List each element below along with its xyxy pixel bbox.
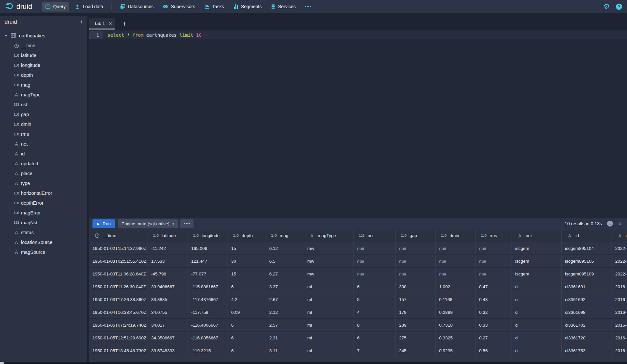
sidebar-column-longitude[interactable]: 1.0longitude [0, 60, 87, 70]
table-cell[interactable]: 2022-0 [612, 255, 627, 267]
table-cell[interactable]: 34.017 [148, 319, 188, 331]
table-cell[interactable]: null [354, 268, 396, 280]
table-cell[interactable]: mw [304, 268, 354, 280]
nav-more-menu[interactable] [301, 2, 314, 11]
nav-item-services[interactable]: Services [267, 2, 299, 11]
nav-item-datasources[interactable]: Datasources [116, 2, 157, 11]
table-cell[interactable]: ml [304, 280, 354, 293]
table-cell[interactable]: ml [304, 293, 354, 306]
table-cell[interactable]: -116.4006667 [188, 319, 228, 331]
query-more-button[interactable] [180, 219, 193, 228]
table-cell[interactable]: 2016-0 [612, 332, 627, 344]
table-cell[interactable]: ml [304, 306, 354, 318]
sidebar-column-rms[interactable]: 1.0rms [0, 129, 87, 139]
table-cell[interactable]: 2022-0 [612, 242, 627, 254]
sidebar-column-status[interactable]: Astatus [0, 228, 87, 237]
engine-select[interactable]: Engine: auto (sql-native) ▾ [118, 219, 178, 228]
table-cell[interactable]: null [476, 255, 512, 267]
sort-icon[interactable]: ▲▼ [80, 20, 83, 24]
table-cell[interactable]: 0.43 [476, 293, 512, 306]
sidebar-column-dmin[interactable]: 1.0dmin [0, 119, 87, 129]
table-cell[interactable]: iscgem895104 [562, 242, 612, 254]
table-cell[interactable]: 0.33 [476, 319, 512, 331]
table-cell[interactable]: iscgem [512, 268, 562, 280]
table-cell[interactable]: 3.37 [266, 280, 304, 293]
table-cell[interactable]: iscgem [512, 255, 562, 267]
nav-item-supervisors[interactable]: Supervisors [159, 2, 199, 11]
table-cell[interactable]: -115.8881667 [188, 280, 228, 293]
table-cell[interactable]: 0.47 [476, 280, 512, 293]
table-cell[interactable]: 15 [228, 242, 266, 254]
table-cell[interactable]: 2.31 [266, 332, 304, 344]
table-cell[interactable]: 6 [228, 344, 266, 357]
table-cell[interactable]: 1950-01-03T02:51:55.410Z [89, 255, 148, 267]
table-cell[interactable]: ci [512, 306, 562, 318]
table-cell[interactable]: 4 [354, 306, 396, 318]
sidebar-column-nst[interactable]: 123nst [0, 100, 87, 110]
table-cell[interactable]: 165.006 [188, 242, 228, 254]
table-cell[interactable]: ml [304, 319, 354, 331]
table-cell[interactable]: 0.9235 [436, 344, 476, 357]
table-cell[interactable]: 2016-0 [612, 280, 627, 293]
table-cell[interactable]: 6.12 [266, 242, 304, 254]
table-cell[interactable]: null [436, 268, 476, 280]
nav-item-segments[interactable]: Segments [230, 2, 265, 11]
column-header-id[interactable]: Aid [562, 230, 612, 242]
table-cell[interactable]: 0.27 [476, 332, 512, 344]
table-cell[interactable]: ci3361698 [562, 306, 612, 318]
table-cell[interactable]: -77.077 [188, 268, 228, 280]
sidebar-column-mag[interactable]: 1.0mag [0, 80, 87, 90]
table-cell[interactable]: 15 [228, 268, 266, 280]
table-cell[interactable]: 30 [228, 255, 266, 267]
table-cell[interactable]: 2016-0 [612, 344, 627, 357]
table-cell[interactable]: null [396, 255, 436, 267]
table-cell[interactable]: ci3361702 [562, 319, 612, 331]
table-cell[interactable]: 1.002 [436, 280, 476, 293]
sidebar-column-id[interactable]: Aid [0, 149, 87, 159]
table-cell[interactable]: ml [304, 332, 354, 344]
table-cell[interactable]: 1950-01-03T11:06:28.640Z [89, 268, 148, 280]
table-cell[interactable]: 2.57 [266, 319, 304, 331]
table-cell[interactable]: 2016-0 [612, 293, 627, 306]
scrollbar-thumb[interactable] [0, 362, 4, 364]
sidebar-column-magError[interactable]: 1.0magError [0, 208, 87, 218]
table-cell[interactable]: 7 [354, 344, 396, 357]
close-tab-icon[interactable]: × [109, 21, 112, 26]
table-cell[interactable]: ml [304, 344, 354, 357]
table-cell[interactable]: ci [512, 319, 562, 331]
table-cell[interactable]: 245 [396, 344, 436, 357]
download-icon[interactable]: ↓ [607, 221, 613, 227]
table-cell[interactable]: iscgem895109 [562, 268, 612, 280]
table-cell[interactable]: ci [512, 332, 562, 344]
sidebar-column-locationSource[interactable]: AlocationSource [0, 237, 87, 247]
column-header-magType[interactable]: AmagType [304, 230, 354, 242]
table-cell[interactable]: null [396, 268, 436, 280]
table-cell[interactable]: 6 [228, 319, 266, 331]
column-header-mag[interactable]: 1.0mag [266, 230, 304, 242]
table-cell[interactable]: 1950-01-05T13:45:48.730Z [89, 344, 148, 357]
column-header-net[interactable]: Anet [512, 230, 562, 242]
table-cell[interactable]: 2022-0 [612, 268, 627, 280]
sidebar-column-horizontalError[interactable]: 1.0horizontalError [0, 188, 87, 198]
table-cell[interactable]: -117.4376667 [188, 293, 228, 306]
table-cell[interactable]: 1950-01-05T12:51:29.690Z [89, 332, 148, 344]
table-cell[interactable]: 0.09 [228, 306, 266, 318]
tab-1[interactable]: Tab 1 × [89, 18, 115, 30]
table-cell[interactable]: iscgem895106 [562, 255, 612, 267]
table-cell[interactable]: 1950-01-03T11:26:30.040Z [89, 280, 148, 293]
table-cell[interactable]: 239 [396, 319, 436, 331]
table-cell[interactable]: 121.447 [188, 255, 228, 267]
table-cell[interactable]: null [476, 242, 512, 254]
sidebar-column-net[interactable]: Anet [0, 139, 87, 149]
druid-logo[interactable]: druid [5, 2, 32, 12]
table-cell[interactable]: 6.5 [266, 255, 304, 267]
gear-icon[interactable]: ⚙ [603, 3, 610, 10]
table-cell[interactable]: 308 [396, 280, 436, 293]
nav-item-query[interactable]: Query [42, 2, 69, 11]
table-cell[interactable]: 34.0755 [148, 306, 188, 318]
table-cell[interactable]: 33.9406667 [148, 280, 188, 293]
column-header-latitude[interactable]: 1.0latitude [148, 230, 188, 242]
table-cell[interactable]: 0.56 [476, 344, 512, 357]
run-button[interactable]: ▶ Run [92, 219, 115, 228]
table-cell[interactable]: mw [304, 255, 354, 267]
